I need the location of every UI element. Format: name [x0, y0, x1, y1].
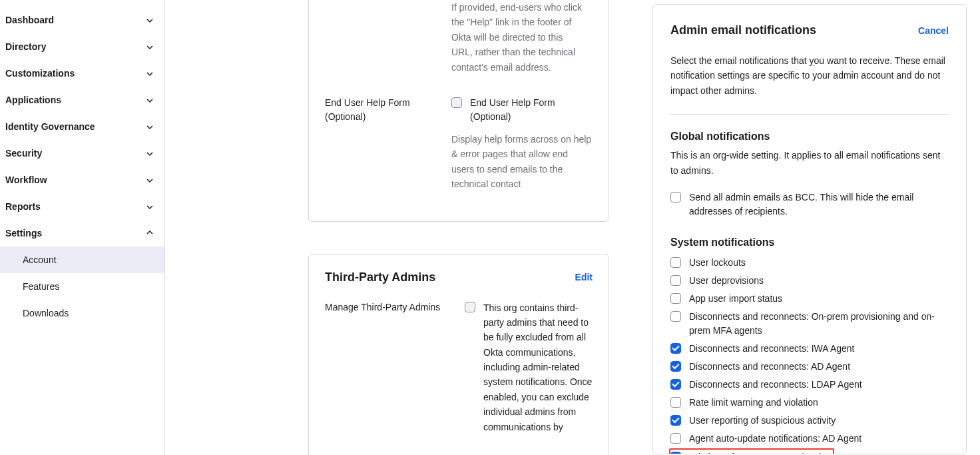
- system-notification-checkbox[interactable]: [670, 343, 681, 354]
- system-notifications-title: System notifications: [670, 236, 949, 248]
- main-content: If provided, end-users who click the "He…: [165, 0, 980, 455]
- system-notification-checkbox[interactable]: [670, 361, 681, 372]
- system-notification-checkbox[interactable]: [670, 311, 681, 322]
- system-notification-label: User lockouts: [689, 256, 746, 270]
- system-notification-row: Agent auto-update notifications: AD Agen…: [670, 430, 949, 448]
- system-notification-label: Disconnects and reconnects: IWA Agent: [689, 342, 855, 356]
- bcc-check-row: Send all admin emails as BCC. This will …: [670, 189, 949, 221]
- bcc-checkbox-label: Send all admin emails as BCC. This will …: [689, 191, 949, 219]
- system-notification-row: Disconnects and reconnects: IWA Agent: [670, 340, 949, 358]
- system-notification-row: Admin performs a protected action: [670, 450, 832, 454]
- system-notification-checkbox[interactable]: [670, 433, 681, 444]
- system-notification-checkbox[interactable]: [670, 379, 681, 390]
- manage-third-party-row: Manage Third-Party Admins This org conta…: [325, 300, 593, 435]
- system-notification-label: User reporting of suspicious activity: [689, 414, 836, 428]
- chevron-down-icon: [146, 203, 154, 211]
- system-notification-label: Disconnects and reconnects: AD Agent: [689, 360, 850, 374]
- end-user-help-checkbox[interactable]: [451, 97, 462, 108]
- nav-label: Customizations: [5, 68, 75, 79]
- chevron-down-icon: [146, 16, 154, 24]
- chevron-down-icon: [146, 96, 154, 104]
- highlighted-notification: Admin performs a protected action: [669, 448, 834, 454]
- chevron-down-icon: [146, 123, 154, 131]
- cancel-button[interactable]: Cancel: [918, 25, 949, 36]
- system-notification-row: Disconnects and reconnects: AD Agent: [670, 358, 949, 376]
- system-notification-label: App user import status: [689, 292, 782, 306]
- system-notification-row: User lockouts: [670, 254, 949, 272]
- system-notification-label: Disconnects and reconnects: LDAP Agent: [689, 378, 862, 392]
- sidebar: Dashboard Directory Customizations Appli…: [0, 0, 165, 455]
- system-notification-row: App user import status: [670, 290, 949, 308]
- third-party-admins-card: Third-Party Admins Edit Manage Third-Par…: [308, 254, 609, 455]
- system-notification-row: User deprovisions: [670, 272, 949, 290]
- nav-label: Settings: [5, 228, 42, 238]
- center-column: If provided, end-users who click the "He…: [178, 0, 639, 455]
- chevron-down-icon: [146, 69, 154, 77]
- nav-label: Security: [5, 148, 42, 159]
- nav-label: Reports: [5, 201, 41, 212]
- manage-third-party-label: Manage Third-Party Admins: [325, 300, 451, 435]
- subnav-account[interactable]: Account: [0, 246, 164, 273]
- system-notification-row: Disconnects and reconnects: On-prem prov…: [670, 308, 949, 340]
- bcc-checkbox[interactable]: [670, 192, 681, 203]
- system-notification-checkbox[interactable]: [670, 415, 681, 426]
- end-user-help-checkbox-label: End User Help Form (Optional): [470, 96, 593, 124]
- nav-label: Directory: [5, 41, 46, 52]
- nav-dashboard[interactable]: Dashboard: [0, 7, 164, 33]
- third-party-title: Third-Party Admins: [325, 270, 435, 284]
- global-notifications-title: Global notifications: [670, 131, 949, 143]
- nav-reports[interactable]: Reports: [0, 193, 164, 220]
- chevron-down-icon: [146, 43, 154, 51]
- chevron-down-icon: [146, 149, 154, 157]
- system-notification-label: User deprovisions: [689, 274, 764, 288]
- nav-label: Identity Governance: [5, 121, 95, 132]
- system-notification-label: Disconnects and reconnects: On-prem prov…: [689, 310, 949, 338]
- nav-directory[interactable]: Directory: [0, 33, 164, 60]
- subnav-downloads[interactable]: Downloads: [0, 300, 164, 326]
- notifications-title: Admin email notifications: [670, 23, 816, 37]
- help-link-description: If provided, end-users who click the "He…: [451, 0, 593, 75]
- system-notification-checkbox[interactable]: [670, 275, 681, 286]
- manage-third-party-description: This org contains third-party admins tha…: [483, 300, 593, 435]
- nav-label: Workflow: [5, 175, 47, 185]
- system-notification-row: User reporting of suspicious activity: [670, 412, 949, 430]
- nav-settings[interactable]: Settings: [0, 220, 164, 246]
- subnav-features[interactable]: Features: [0, 273, 164, 300]
- help-settings-card: If provided, end-users who click the "He…: [308, 0, 609, 222]
- end-user-help-label: End User Help Form (Optional): [325, 96, 438, 192]
- settings-subnav: Account Features Downloads: [0, 246, 164, 326]
- right-column: Admin email notifications Cancel Select …: [652, 0, 967, 455]
- system-notification-checkbox[interactable]: [670, 452, 681, 454]
- nav-applications[interactable]: Applications: [0, 87, 164, 113]
- nav-identity-governance[interactable]: Identity Governance: [0, 113, 164, 140]
- manage-third-party-checkbox[interactable]: [465, 302, 475, 312]
- divider: [670, 114, 949, 115]
- system-notification-checkbox[interactable]: [670, 397, 681, 408]
- system-notification-label: Agent auto-update notifications: AD Agen…: [689, 432, 861, 446]
- nav-customizations[interactable]: Customizations: [0, 60, 164, 87]
- end-user-help-row: End User Help Form (Optional) End User H…: [325, 96, 593, 192]
- system-notification-row: Disconnects and reconnects: LDAP Agent: [670, 376, 949, 394]
- nav-label: Applications: [5, 95, 61, 105]
- notifications-description: Select the email notifications that you …: [670, 53, 949, 98]
- chevron-up-icon: [146, 229, 154, 237]
- system-notification-checkbox[interactable]: [670, 293, 681, 304]
- nav-security[interactable]: Security: [0, 140, 164, 167]
- system-notification-row: Rate limit warning and violation: [670, 394, 949, 412]
- chevron-down-icon: [146, 176, 154, 184]
- system-notification-checkbox[interactable]: [670, 257, 681, 268]
- end-user-help-description: Display help forms across on help & erro…: [451, 132, 593, 192]
- system-notification-label: Admin performs a protected action: [689, 450, 832, 454]
- nav-workflow[interactable]: Workflow: [0, 167, 164, 193]
- admin-email-notifications-panel: Admin email notifications Cancel Select …: [652, 4, 967, 454]
- edit-button[interactable]: Edit: [575, 272, 593, 282]
- nav-label: Dashboard: [5, 15, 54, 25]
- system-notification-label: Rate limit warning and violation: [689, 396, 818, 410]
- global-notifications-description: This is an org-wide setting. It applies …: [670, 148, 949, 178]
- system-notifications-list: User lockoutsUser deprovisionsApp user i…: [670, 254, 949, 454]
